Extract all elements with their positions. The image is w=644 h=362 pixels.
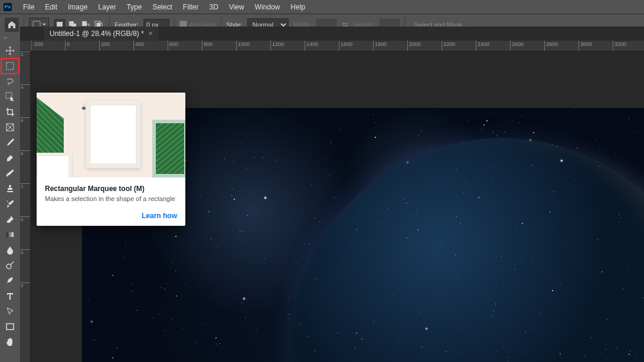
ruler-horizontal[interactable]: -200020040060080010001200140016001800200… — [31, 41, 644, 51]
ruler-tick: 1800 — [373, 41, 407, 51]
tool-tooltip: ⌖ Rectangular Marquee tool (M) Makes a s… — [37, 93, 185, 226]
ruler-vertical[interactable]: 24681000 — [20, 51, 31, 362]
menu-select[interactable]: Select — [147, 1, 177, 13]
tooltip-preview-image: ⌖ — [37, 93, 185, 177]
menu-help[interactable]: Help — [285, 1, 310, 13]
close-icon[interactable]: × — [149, 29, 153, 38]
canvas-area: Untitled-1 @ 28.4% (RGB/8) * × -20002004… — [20, 41, 644, 362]
menubar: Ps File Edit Image Layer Type Select Fil… — [0, 0, 644, 14]
hand-tool[interactable] — [1, 334, 19, 350]
menu-type[interactable]: Type — [121, 1, 147, 13]
home-icon — [7, 20, 17, 29]
ruler-tick: 400 — [133, 41, 168, 51]
ruler-tick: 200 — [99, 41, 133, 51]
eraser-tool[interactable] — [1, 212, 19, 227]
type-tool[interactable] — [1, 288, 19, 304]
pen-tool[interactable] — [1, 273, 19, 288]
ruler-tick: 2400 — [476, 41, 510, 51]
ruler-tick: 3000 — [578, 41, 613, 51]
ruler-tick: 0 — [20, 216, 30, 249]
crop-tool[interactable] — [1, 104, 19, 120]
ruler-tick: 2 — [20, 51, 30, 84]
ruler-tick: 6 — [20, 117, 30, 150]
ruler-tick: 2800 — [544, 41, 578, 51]
ruler-tick: 0 — [20, 282, 30, 315]
svg-rect-9 — [6, 62, 14, 70]
menu-3d[interactable]: 3D — [204, 1, 223, 13]
gradient-tool[interactable] — [1, 227, 19, 242]
menu-edit[interactable]: Edit — [40, 1, 63, 13]
marquee-tool[interactable] — [1, 58, 19, 74]
blur-tool[interactable] — [1, 242, 19, 258]
heal-tool[interactable] — [1, 150, 19, 166]
learn-how-link[interactable]: Learn how — [37, 208, 185, 226]
crosshair-cursor-icon: ⌖ — [81, 103, 86, 113]
document-tab-title: Untitled-1 @ 28.4% (RGB/8) * — [50, 29, 144, 38]
frame-tool[interactable] — [1, 120, 19, 135]
svg-rect-8 — [97, 23, 100, 27]
tooltip-description: Makes a selection in the shape of a rect… — [45, 195, 177, 202]
history-brush-tool[interactable] — [1, 196, 19, 212]
rectangle-tool[interactable] — [1, 319, 19, 334]
ruler-tick: 1400 — [305, 41, 339, 51]
document-tab[interactable]: Untitled-1 @ 28.4% (RGB/8) * × — [44, 27, 159, 41]
ruler-tick: 2000 — [407, 41, 442, 51]
ruler-tick: 1200 — [270, 41, 305, 51]
ruler-tick: 0 — [65, 41, 99, 51]
svg-point-13 — [6, 264, 11, 269]
photo-frame-graphic — [37, 153, 72, 177]
ruler-origin[interactable] — [20, 41, 31, 51]
document-canvas[interactable]: ⌖ Rectangular Marquee tool (M) Makes a s… — [31, 51, 644, 362]
ruler-tick: 1 — [20, 183, 30, 216]
path-select-tool[interactable] — [1, 304, 19, 319]
brush-tool[interactable] — [1, 166, 19, 181]
ruler-tick: 1000 — [236, 41, 270, 51]
menu-view[interactable]: View — [224, 1, 250, 13]
ruler-tick: 1600 — [339, 41, 373, 51]
quick-select-tool[interactable] — [1, 89, 19, 104]
move-tool[interactable] — [1, 43, 19, 58]
menu-image[interactable]: Image — [63, 1, 93, 13]
home-button[interactable] — [5, 18, 19, 32]
dodge-tool[interactable] — [1, 258, 19, 273]
eyedropper-tool[interactable] — [1, 135, 19, 150]
document-tabs: Untitled-1 @ 28.4% (RGB/8) * × — [20, 27, 644, 41]
ruler-tick: 800 — [202, 41, 236, 51]
palm-leaf-graphic — [152, 120, 185, 177]
lasso-tool[interactable] — [1, 74, 19, 89]
stamp-tool[interactable] — [1, 181, 19, 196]
svg-rect-4 — [82, 21, 87, 26]
svg-rect-14 — [6, 324, 14, 330]
ruler-tick: 4 — [20, 84, 30, 117]
app-logo: Ps — [4, 3, 12, 11]
tooltip-title: Rectangular Marquee tool (M) — [45, 185, 177, 193]
menu-filter[interactable]: Filter — [178, 1, 204, 13]
svg-rect-12 — [6, 232, 14, 237]
menu-file[interactable]: File — [18, 1, 40, 13]
ruler-tick: 3200 — [613, 41, 644, 51]
menu-window[interactable]: Window — [250, 1, 286, 13]
ruler-tick: -200 — [31, 41, 65, 51]
ruler-tick: 0 — [20, 249, 30, 282]
toolbox — [0, 41, 20, 362]
photo-frame-graphic — [86, 101, 140, 168]
ruler-tick: 2600 — [510, 41, 544, 51]
ruler-tick: 8 — [20, 150, 30, 183]
chevron-down-icon — [43, 23, 46, 27]
ruler-tick: 600 — [168, 41, 202, 51]
menu-layer[interactable]: Layer — [93, 1, 121, 13]
ruler-tick: 2200 — [442, 41, 476, 51]
